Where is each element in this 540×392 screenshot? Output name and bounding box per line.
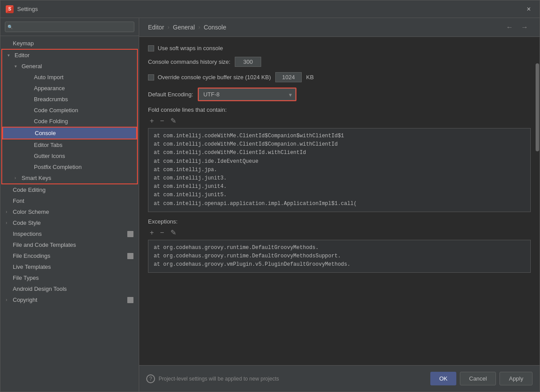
sidebar-label-code-folding: Code Folding (34, 118, 68, 125)
fold-edit-button[interactable]: ✎ (169, 117, 178, 125)
sidebar-label-code-editing: Code Editing (13, 187, 45, 193)
exception-entry-0: at org.codehaus.groovy.runtime.DefaultGr… (154, 244, 525, 252)
breadcrumb-sep-1: › (168, 24, 170, 30)
bottom-bar-help: ? Project-level settings will be applied… (146, 374, 430, 383)
sidebar-label-inspections: Inspections (13, 231, 42, 237)
cycle-buffer-checkbox-wrap[interactable]: Override console cycle buffer size (1024… (148, 74, 271, 81)
arrow-smart-keys: › (15, 176, 20, 180)
breadcrumb-sep-2: › (198, 24, 200, 30)
arrow-general: ▾ (15, 64, 20, 69)
arrow-copyright: › (6, 297, 11, 302)
sidebar-item-general[interactable]: ▾ General (2, 61, 137, 72)
apply-button[interactable]: Apply (499, 372, 533, 385)
panel-header: Editor › General › Console ← → (139, 18, 540, 37)
sidebar-item-code-style[interactable]: › Code Style (0, 217, 139, 228)
search-input[interactable] (5, 22, 134, 32)
exceptions-edit-button[interactable]: ✎ (169, 228, 178, 237)
cycle-buffer-input[interactable] (275, 72, 302, 82)
sidebar-item-inspections[interactable]: Inspections (0, 228, 139, 239)
fold-entry-1: at com.intellij.codeWithMe.ClientId$Comp… (154, 140, 525, 149)
settings-window: S Settings × Keymap ▾ (0, 0, 540, 392)
sidebar-item-editor[interactable]: ▾ Editor (2, 50, 137, 61)
exceptions-add-button[interactable]: + (148, 228, 155, 237)
history-size-input[interactable] (235, 57, 261, 67)
sidebar-item-file-encodings[interactable]: File Encodings (0, 250, 139, 261)
breadcrumb: Editor › General › Console (148, 24, 226, 31)
sidebar-label-keymap: Keymap (13, 40, 34, 47)
soft-wraps-checkbox-wrap[interactable]: Use soft wraps in console (148, 45, 223, 51)
right-scrollbar-thumb[interactable] (536, 63, 539, 151)
sidebar-item-gutter-icons[interactable]: Gutter Icons (2, 150, 137, 161)
sidebar-item-color-scheme[interactable]: › Color Scheme (0, 206, 139, 217)
fold-entries-list: at com.intellij.codeWithMe.ClientId$Comp… (148, 128, 531, 212)
nav-back-button[interactable]: ← (503, 22, 516, 32)
sidebar-item-font[interactable]: Font (0, 195, 139, 206)
sidebar-item-code-editing[interactable]: Code Editing (0, 184, 139, 195)
sidebar-item-copyright[interactable]: › Copyright (0, 294, 139, 305)
inspections-icon (127, 231, 133, 237)
fold-add-button[interactable]: + (148, 117, 155, 125)
fold-entry-5: at com.intellij.junit3. (154, 174, 525, 183)
title-bar: S Settings × (0, 0, 540, 18)
exceptions-remove-button[interactable]: − (158, 228, 166, 237)
fold-entry-6: at com.intellij.junit4. (154, 183, 525, 191)
right-scrollbar[interactable] (535, 37, 540, 365)
bottom-bar: ? Project-level settings will be applied… (139, 365, 540, 392)
cancel-button[interactable]: Cancel (460, 372, 496, 385)
sidebar-label-postfix-completion: Postfix Completion (34, 164, 81, 170)
nav-forward-button[interactable]: → (518, 22, 531, 32)
soft-wraps-label: Use soft wraps in console (158, 45, 223, 51)
sidebar-label-editor: Editor (15, 52, 30, 59)
fold-entry-4: at com.intellij.jpa. (154, 166, 525, 174)
sidebar-item-code-completion[interactable]: Code Completion (2, 105, 137, 116)
arrow-color-scheme: › (6, 209, 11, 214)
sidebar-item-code-folding[interactable]: Code Folding (2, 116, 137, 127)
sidebar-label-smart-keys: Smart Keys (22, 175, 51, 181)
sidebar-label-code-completion: Code Completion (34, 107, 78, 114)
sidebar-item-auto-import[interactable]: Auto Import (2, 72, 137, 83)
bottom-note: Project-level settings will be applied t… (159, 376, 279, 382)
encoding-select[interactable]: UTF-8 UTF-16 ISO-8859-1 US-ASCII (199, 88, 296, 100)
search-bar (0, 18, 139, 36)
sidebar-item-keymap[interactable]: Keymap (0, 38, 139, 49)
ok-button[interactable]: OK (430, 372, 456, 385)
sidebar-item-smart-keys[interactable]: › Smart Keys (2, 172, 137, 183)
sidebar-item-file-code-templates[interactable]: File and Code Templates (0, 239, 139, 250)
cycle-buffer-unit: KB (306, 74, 314, 81)
fold-remove-button[interactable]: − (158, 117, 166, 125)
close-button[interactable]: × (523, 4, 534, 15)
sidebar-item-editor-tabs[interactable]: Editor Tabs (2, 139, 137, 150)
soft-wraps-checkbox[interactable] (148, 45, 154, 51)
exceptions-toolbar: + − ✎ (148, 228, 531, 237)
exceptions-label: Exceptions: (148, 218, 531, 225)
soft-wraps-row: Use soft wraps in console (148, 45, 531, 51)
help-icon-text: ? (149, 376, 152, 382)
encoding-row: Default Encoding: UTF-8 UTF-16 ISO-8859-… (148, 88, 531, 101)
encoding-label: Default Encoding: (148, 91, 193, 98)
nav-arrows: ← → (503, 22, 531, 32)
arrow-editor: ▾ (7, 53, 13, 58)
sidebar-label-file-encodings: File Encodings (13, 253, 50, 259)
sidebar-item-appearance[interactable]: Appearance (2, 83, 137, 94)
sidebar-label-gutter-icons: Gutter Icons (34, 153, 65, 159)
sidebar-label-copyright: Copyright (13, 297, 37, 303)
sidebar-item-android-design-tools[interactable]: Android Design Tools (0, 283, 139, 294)
sidebar-label-auto-import: Auto Import (34, 74, 63, 81)
search-wrap (5, 22, 134, 32)
encoding-select-wrap: UTF-8 UTF-16 ISO-8859-1 US-ASCII ▾ (198, 88, 296, 101)
sidebar-item-live-templates[interactable]: Live Templates (0, 261, 139, 272)
sidebar-item-console[interactable]: Console (2, 127, 137, 139)
sidebar-item-breadcrumbs[interactable]: Breadcrumbs (2, 94, 137, 105)
sidebar-label-console: Console (35, 130, 56, 136)
sidebar-label-color-scheme: Color Scheme (13, 209, 49, 215)
help-icon[interactable]: ? (146, 374, 155, 383)
cycle-buffer-checkbox[interactable] (148, 74, 154, 81)
exceptions-entries-list: at org.codehaus.groovy.runtime.DefaultGr… (148, 240, 531, 273)
sidebar-label-general: General (22, 63, 42, 70)
sidebar-item-postfix-completion[interactable]: Postfix Completion (2, 161, 137, 172)
sidebar-label-live-templates: Live Templates (13, 264, 51, 270)
sidebar-label-file-types: File Types (13, 275, 39, 281)
sidebar-item-file-types[interactable]: File Types (0, 272, 139, 283)
cycle-buffer-row: Override console cycle buffer size (1024… (148, 72, 531, 82)
main-content: Keymap ▾ Editor ▾ General Auto Import (0, 18, 540, 392)
